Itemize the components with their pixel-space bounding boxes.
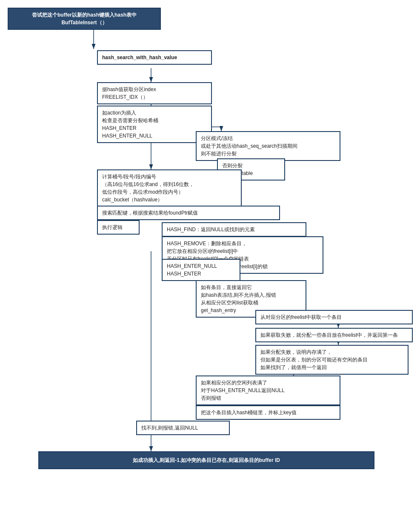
node-hash-enter-check: 如action为插入检查是否需要分裂哈希桶HASH_ENTERHASH_ENTE…: [97, 106, 212, 143]
node-get-from-freelist-text: 从对应分区的freelist中获取一个条目: [260, 314, 342, 320]
node-mem-full-text: 如果分配失败，说明内存满了，但如果是分区表，别的分区可能还有空闲的条目如果找到了…: [260, 349, 368, 370]
node-get-from-freelist: 从对应分区的freelist中获取一个条目: [255, 310, 413, 324]
node-insert-hash-chain-text: 把这个条目插入hash桶链里，并标上key值: [201, 410, 297, 416]
title-line2: BufTableInsert（）: [61, 20, 107, 26]
node-partition-mode: 分区模式/冻结或处于其他活动hash_seq_search扫描期间则不能进行分裂: [196, 131, 340, 161]
node-exec-logic: 执行逻辑: [97, 220, 140, 235]
node-alloc-entries: 如果获取失败，就分配一些条目放在freelist中，并返回第一条: [255, 328, 413, 342]
node-insert-hash-chain: 把这个条目插入hash桶链里，并标上key值: [196, 405, 340, 420]
node-search-match-text: 搜索匹配键，根据搜索结果给foundPtr赋值: [102, 210, 198, 216]
node-search-match: 搜索匹配键，根据搜索结果给foundPtr赋值: [97, 206, 280, 220]
node-alloc-entries-text: 如果获取失败，就分配一些条目放在freelist中，并返回第一条: [260, 332, 398, 338]
node-freelist-idx: 据hash值获取分区indexFREELIST_IDX（）: [97, 82, 212, 104]
bottom-result-text: 如成功插入,则返回-1.如冲突的条目已存在,则返回条目的buffer ID: [133, 457, 280, 463]
node-freelist-full-text: 如果相应分区的空闲列表满了对于HASH_ENTER_NULL返回NULL否则报错: [201, 380, 285, 401]
node-hash-enter-null-text: HASH_ENTER_NULLHASH_ENTER: [167, 263, 217, 277]
node-hash-enter-null: HASH_ENTER_NULLHASH_ENTER: [162, 259, 240, 281]
node-mem-full: 如果分配失败，说明内存满了，但如果是分区表，别的分区可能还有空闲的条目如果找到了…: [255, 345, 409, 375]
node-partition-mode-text: 分区模式/冻结或处于其他活动hash_seq_search扫描期间则不能进行分裂: [201, 135, 297, 157]
node-hash-enter-check-text: 如action为插入检查是否需要分裂哈希桶HASH_ENTERHASH_ENTE…: [102, 110, 158, 139]
node-calc-bucket-text: 计算桶号/段号/段内编号（高16位与低16位求and，得到16位数，低位作段号，…: [102, 174, 194, 203]
title-box: 尝试把这个buffer以新的hash键插入hash表中 BufTableInse…: [8, 8, 161, 30]
node-hash-find: HASH_FIND：返回NULL或找到的元素: [162, 222, 306, 237]
node-get-hash-entry-text: 如有条目，直接返回它如hash表冻结,则不允许插入,报错从相应分区空闲list获…: [201, 284, 276, 313]
node-freelist-full: 如果相应分区的空闲列表满了对于HASH_ENTER_NULL返回NULL否则报错: [196, 376, 340, 405]
node-not-found-error-text: 找不到,则报错,返回NULL: [141, 425, 198, 431]
title-line1: 尝试把这个buffer以新的hash键插入hash表中: [32, 12, 137, 18]
node-exec-logic-text: 执行逻辑: [102, 224, 123, 230]
hash-search-label: hash_search_with_hash_value: [102, 54, 177, 60]
diagram-container: 尝试把这个buffer以新的hash键插入hash表中 BufTableInse…: [0, 0, 420, 516]
hash-search-box: hash_search_with_hash_value: [97, 50, 212, 65]
node-hash-find-text: HASH_FIND：返回NULL或找到的元素: [167, 226, 255, 232]
bottom-result-box: 如成功插入,则返回-1.如冲突的条目已存在,则返回条目的buffer ID: [38, 451, 374, 469]
node-calc-bucket: 计算桶号/段号/段内编号（高16位与低16位求and，得到16位数，低位作段号，…: [97, 169, 242, 207]
node-not-found-error: 找不到,则报错,返回NULL: [136, 421, 230, 435]
node-freelist-idx-text: 据hash值获取分区indexFREELIST_IDX（）: [102, 86, 156, 100]
